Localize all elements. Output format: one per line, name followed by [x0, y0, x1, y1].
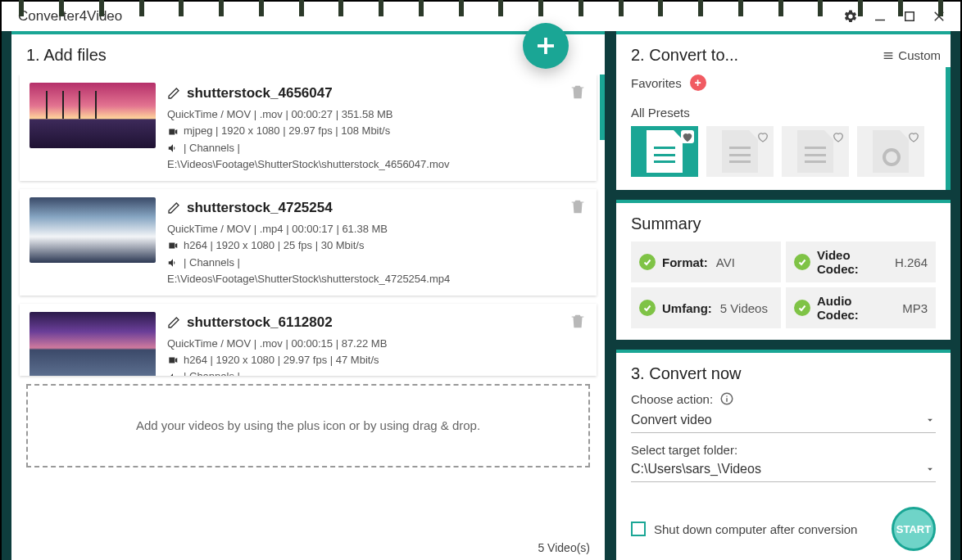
file-meta-container: QuickTime / MOV | .mov | 00:00:15 | 87.2…	[167, 336, 587, 352]
svg-point-11	[726, 395, 728, 397]
file-list: shutterstock_4656047 QuickTime / MOV | .…	[11, 75, 605, 533]
preset-item[interactable]	[857, 126, 924, 177]
file-card[interactable]: shutterstock_4656047 QuickTime / MOV | .…	[20, 75, 597, 181]
preset-row	[631, 126, 941, 178]
trash-icon	[569, 197, 587, 215]
favorites-row[interactable]: Favorites +	[631, 75, 941, 91]
add-file-button[interactable]	[523, 23, 569, 69]
summary-video-codec: Video Codec:H.264	[786, 242, 936, 282]
file-audio-meta: | Channels |	[184, 368, 240, 375]
scrollbar[interactable]	[946, 67, 951, 190]
choose-action-label: Choose action:	[631, 392, 713, 406]
file-info: shutterstock_4725254 QuickTime / MOV | .…	[167, 197, 587, 287]
file-path: E:\Videos\Footage\ShutterStock\shutterst…	[167, 271, 587, 287]
start-button[interactable]: START	[892, 507, 936, 551]
summary-format: Format:AVI	[631, 242, 781, 282]
video-icon	[167, 355, 179, 366]
checkmark-icon	[639, 300, 656, 316]
favorite-toggle[interactable]	[681, 130, 694, 143]
file-name: shutterstock_4725254	[187, 197, 333, 219]
add-files-heading: 1. Add files	[11, 34, 605, 75]
summary-umfang: Umfang:5 Videos	[631, 287, 781, 328]
main-content: 1. Add files shutterstock_4656047 QuickT…	[2, 31, 960, 560]
heart-icon	[756, 130, 769, 143]
file-info: shutterstock_6112802 QuickTime / MOV | .…	[167, 312, 587, 376]
favorite-toggle[interactable]	[756, 130, 769, 143]
file-card[interactable]: shutterstock_4725254 QuickTime / MOV | .…	[20, 189, 597, 296]
favorite-toggle[interactable]	[832, 130, 845, 143]
pencil-icon[interactable]	[167, 87, 180, 100]
menu-icon	[882, 49, 895, 62]
convert-now-panel: 3. Convert now Choose action: Convert vi…	[616, 350, 951, 560]
file-card[interactable]: shutterstock_6112802 QuickTime / MOV | .…	[20, 304, 597, 376]
right-column: 2. Convert to... Custom Favorites + All …	[616, 31, 951, 560]
video-thumbnail	[29, 197, 156, 263]
video-thumbnail	[29, 312, 156, 376]
audio-icon	[167, 257, 179, 269]
plus-icon	[533, 34, 558, 58]
preset-item[interactable]	[782, 126, 849, 177]
add-files-panel: 1. Add files shutterstock_4656047 QuickT…	[11, 31, 605, 560]
file-meta-container: QuickTime / MOV | .mov | 00:00:27 | 351.…	[167, 106, 587, 123]
file-path: E:\Videos\Footage\ShutterStock\shutterst…	[167, 156, 587, 173]
convert-to-heading: 2. Convert to...	[631, 46, 738, 65]
app-window: Converter4Video 1. Add files	[2, 2, 960, 558]
file-meta-container: QuickTime / MOV | .mp4 | 00:00:17 | 61.3…	[167, 221, 587, 237]
favorite-toggle[interactable]	[907, 130, 920, 143]
summary-audio-codec: Audio Codec:MP3	[786, 287, 936, 328]
watermark: © THESOFTWARE.SHOP	[16, 529, 243, 550]
select-folder-label: Select target folder:	[631, 443, 936, 457]
checkmark-icon	[794, 254, 810, 270]
file-name: shutterstock_6112802	[187, 312, 333, 333]
checkmark-icon	[794, 300, 810, 316]
heart-icon	[832, 130, 845, 143]
file-name: shutterstock_4656047	[187, 83, 333, 104]
info-icon[interactable]	[719, 391, 734, 406]
delete-file-button[interactable]	[569, 312, 587, 333]
video-thumbnail	[29, 83, 156, 148]
delete-file-button[interactable]	[569, 197, 587, 219]
video-icon	[167, 126, 179, 138]
pencil-icon[interactable]	[167, 201, 180, 215]
file-video-meta: h264 | 1920 x 1080 | 25 fps | 30 Mbit/s	[184, 237, 364, 254]
audio-icon	[167, 372, 179, 376]
summary-panel: Summary Format:AVI Video Codec:H.264 Umf…	[616, 200, 951, 340]
all-presets-label: All Presets	[631, 106, 941, 120]
heart-icon	[681, 130, 694, 143]
chevron-down-icon	[924, 463, 936, 475]
delete-file-button[interactable]	[569, 83, 587, 104]
checkmark-icon	[639, 254, 656, 270]
heart-icon	[907, 130, 920, 143]
file-audio-meta: | Channels |	[184, 140, 240, 156]
pencil-icon[interactable]	[167, 316, 180, 329]
add-favorite-button[interactable]: +	[690, 75, 706, 91]
file-audio-meta: | Channels |	[184, 255, 240, 271]
file-video-meta: mjpeg | 1920 x 1080 | 29.97 fps | 108 Mb…	[184, 123, 390, 139]
chevron-down-icon	[924, 414, 936, 426]
custom-preset-button[interactable]: Custom	[882, 48, 941, 62]
dropzone-text: Add your videos by using the plus icon o…	[136, 418, 480, 432]
video-icon	[167, 240, 179, 251]
file-video-meta: h264 | 1920 x 1080 | 29.97 fps | 47 Mbit…	[184, 352, 379, 368]
audio-icon	[167, 142, 179, 154]
preset-item[interactable]	[706, 126, 774, 177]
convert-to-panel: 2. Convert to... Custom Favorites + All …	[616, 31, 951, 190]
file-info: shutterstock_4656047 QuickTime / MOV | .…	[167, 83, 587, 173]
trash-icon	[569, 312, 587, 330]
summary-heading: Summary	[631, 215, 936, 233]
convert-now-heading: 3. Convert now	[631, 364, 936, 383]
favorites-label: Favorites	[631, 76, 682, 90]
action-select[interactable]: Convert video	[631, 409, 936, 433]
checkbox-icon	[631, 522, 646, 536]
dropzone[interactable]: Add your videos by using the plus icon o…	[26, 384, 590, 467]
shutdown-checkbox[interactable]: Shut down computer after conversion	[631, 522, 857, 536]
folder-select[interactable]: C:\Users\sars_\Videos	[631, 458, 936, 482]
preset-item[interactable]	[631, 126, 698, 177]
trash-icon	[569, 83, 587, 101]
